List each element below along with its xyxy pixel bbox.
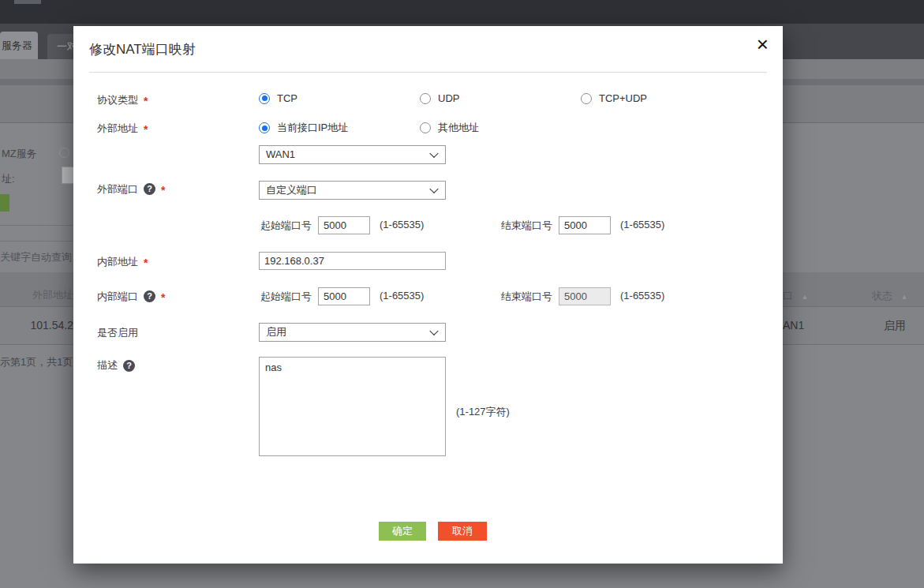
int-start-port-label: 起始端口号 xyxy=(260,290,312,304)
search-hint-label: 关键字自动查询 xyxy=(0,250,73,264)
confirm-button[interactable]: 确定 xyxy=(379,522,426,541)
pager-text: 示第1页，共1页 xyxy=(0,355,73,369)
help-icon[interactable]: ? xyxy=(123,360,135,372)
radio-unselected-icon[interactable] xyxy=(420,93,431,104)
int-end-port-range: (1-65535) xyxy=(620,290,664,301)
radio-label: TCP xyxy=(277,92,297,104)
required-asterisk: * xyxy=(161,184,165,197)
edit-nat-port-mapping-dialog: 修改NAT端口映射 × 协议类型 * TCP UDP TCP+UDP 外部地址 … xyxy=(73,26,783,564)
divider xyxy=(0,225,73,226)
internal-address-label: 内部地址 * xyxy=(97,254,148,269)
radio-udp[interactable]: UDP xyxy=(420,92,459,104)
label-text: 协议类型 xyxy=(97,93,138,107)
column-port[interactable]: 口 ▲ xyxy=(783,288,808,303)
close-icon[interactable]: × xyxy=(757,34,769,54)
row-status: 启用 xyxy=(884,319,906,333)
radio-label: 当前接口IP地址 xyxy=(277,121,348,135)
interface-select[interactable]: WAN1 xyxy=(259,145,446,164)
sort-asc-icon[interactable]: ▲ xyxy=(900,293,907,301)
radio-unselected-icon[interactable] xyxy=(420,122,431,133)
app-logo xyxy=(14,0,41,4)
description-label: 描述 ? xyxy=(97,358,135,373)
description-length-hint: (1-127字符) xyxy=(456,405,510,419)
int-end-port-label: 结束端口号 xyxy=(501,290,552,304)
required-asterisk: * xyxy=(144,257,148,269)
row-external-address: 101.54.2 xyxy=(16,319,73,331)
ext-start-port-range: (1-65535) xyxy=(380,219,424,230)
divider xyxy=(0,241,73,242)
ext-start-port-label: 起始端口号 xyxy=(260,219,312,233)
chevron-down-icon xyxy=(429,327,438,335)
sort-asc-icon[interactable]: ▲ xyxy=(801,293,808,301)
protocol-type-label: 协议类型 * xyxy=(97,92,148,107)
int-start-port-input[interactable] xyxy=(318,287,370,305)
interface-select-value: WAN1 xyxy=(266,148,295,160)
label-text: 外部端口 xyxy=(97,182,138,197)
label-text: 内部端口 xyxy=(97,290,138,304)
dmz-radio[interactable] xyxy=(59,148,69,158)
column-external-address[interactable]: 外部地址 xyxy=(16,288,73,302)
description-textarea[interactable]: nas xyxy=(259,357,446,456)
internal-port-label: 内部端口 ? * xyxy=(97,289,165,304)
external-port-label: 外部端口 ? * xyxy=(97,182,165,197)
divider xyxy=(89,72,767,73)
chevron-down-icon xyxy=(429,149,438,158)
screen: 服务器 一对 MZ服务 址: 关键字自动查询 外部地址 口 ▲ 状态 ▲ 101… xyxy=(0,0,924,588)
external-port-mode-select[interactable]: 自定义端口 xyxy=(259,181,446,200)
ext-start-port-input[interactable] xyxy=(318,216,370,234)
radio-other-address[interactable]: 其他地址 xyxy=(420,121,479,135)
label-text: 描述 xyxy=(97,358,118,373)
row-interface: AN1 xyxy=(783,319,804,331)
dmz-service-label: MZ服务 xyxy=(2,147,37,161)
enabled-select-value: 启用 xyxy=(266,326,286,338)
int-end-port-input-disabled xyxy=(559,287,611,305)
help-icon[interactable]: ? xyxy=(144,183,155,195)
label-text: 内部地址 xyxy=(97,255,138,269)
cancel-button[interactable]: 取消 xyxy=(438,522,487,541)
ext-end-port-label: 结束端口号 xyxy=(501,219,552,233)
external-address-label: 外部地址 * xyxy=(97,121,148,136)
int-start-port-range: (1-65535) xyxy=(380,290,424,301)
ext-end-port-range: (1-65535) xyxy=(620,219,664,230)
top-navbar xyxy=(0,0,924,24)
column-port-label: 口 xyxy=(783,290,793,301)
enabled-select[interactable]: 启用 xyxy=(259,323,446,342)
background-apply-button[interactable] xyxy=(0,194,9,212)
label-text: 外部地址 xyxy=(97,122,138,136)
radio-current-interface-ip[interactable]: 当前接口IP地址 xyxy=(259,121,348,135)
radio-selected-icon[interactable] xyxy=(259,122,270,133)
required-asterisk: * xyxy=(144,123,148,136)
radio-selected-icon[interactable] xyxy=(259,93,270,104)
column-status[interactable]: 状态 ▲ xyxy=(872,288,907,303)
radio-tcp[interactable]: TCP xyxy=(259,92,297,104)
tab-server[interactable]: 服务器 xyxy=(0,32,38,59)
required-asterisk: * xyxy=(144,95,148,107)
radio-label: UDP xyxy=(438,92,459,104)
radio-label: TCP+UDP xyxy=(599,92,647,104)
label-text: 是否启用 xyxy=(97,326,138,340)
ext-end-port-input[interactable] xyxy=(559,216,611,234)
radio-unselected-icon[interactable] xyxy=(581,93,592,104)
chevron-down-icon xyxy=(429,185,438,193)
port-mode-value: 自定义端口 xyxy=(266,184,317,196)
column-status-label: 状态 xyxy=(872,290,892,301)
help-icon[interactable]: ? xyxy=(144,290,155,302)
enabled-label: 是否启用 xyxy=(97,326,138,340)
radio-label: 其他地址 xyxy=(438,121,479,135)
dialog-title: 修改NAT端口映射 xyxy=(89,40,196,58)
internal-address-input[interactable] xyxy=(259,252,446,270)
required-asterisk: * xyxy=(161,291,165,304)
address-field-label: 址: xyxy=(2,172,15,186)
radio-tcp-udp[interactable]: TCP+UDP xyxy=(581,92,647,104)
